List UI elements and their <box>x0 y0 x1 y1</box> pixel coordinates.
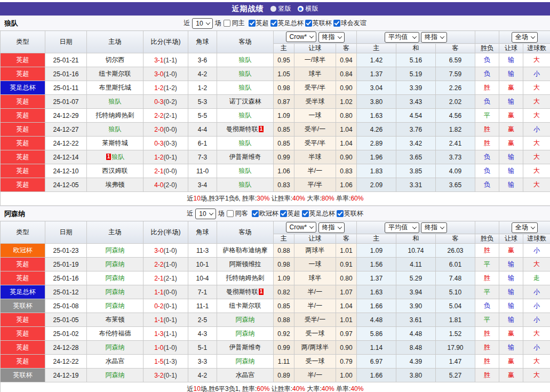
league-filter[interactable]: 英联杯 <box>305 19 332 28</box>
scope-select[interactable]: 全场 <box>512 222 538 233</box>
crow-handicap: 一/球半 <box>294 53 336 67</box>
radio-selected-icon[interactable] <box>298 6 304 12</box>
score-cell: 0-3(0-3) <box>144 137 188 150</box>
home-team[interactable]: 阿森纳 <box>87 299 144 313</box>
away-team[interactable]: 萨格勒布迪纳摩 <box>217 244 274 258</box>
home-team[interactable]: 狼队 <box>87 95 144 109</box>
score-cell: 2-0(0-0) <box>144 123 188 137</box>
league-checkbox[interactable] <box>270 20 277 27</box>
away-team[interactable]: 阿斯顿维拉 <box>217 258 274 271</box>
crow-handicap: 半/一 <box>294 164 336 178</box>
home-team[interactable]: 埃弗顿 <box>87 178 144 192</box>
league-filter[interactable]: 欧冠杯 <box>252 209 278 218</box>
odds-time-select[interactable]: 终指 <box>318 32 345 43</box>
empty-header <box>475 221 499 234</box>
league-filter[interactable]: 英足总杯 <box>302 209 335 218</box>
league-checkbox[interactable] <box>305 20 312 27</box>
away-team[interactable]: 阿森纳 <box>217 313 274 327</box>
crow-handicap: 半球 <box>294 150 336 164</box>
subheader-avg-draw: 和 <box>396 44 436 53</box>
avg-away-odds: 5.04 <box>436 299 475 313</box>
games-count-select[interactable]: 10 <box>195 209 216 219</box>
away-team[interactable]: 诺丁汉森林 <box>217 95 274 109</box>
match-row: 英超24-12-22水晶宫1-5(1-3)3-3阿森纳1.11受一球0.796.… <box>1 355 550 369</box>
league-filter[interactable]: 英超 <box>280 209 300 218</box>
home-team[interactable]: 阿森纳 <box>87 369 144 382</box>
scope-select[interactable]: 全场 <box>512 32 538 43</box>
home-team[interactable]: 阿森纳 <box>87 244 144 258</box>
average-select[interactable]: 平均值 <box>385 222 419 233</box>
league-filter[interactable]: 英足总杯 <box>270 19 304 28</box>
away-team[interactable]: 托特纳姆热刺 <box>217 271 274 285</box>
away-team[interactable]: 水晶宫 <box>217 369 274 382</box>
home-team[interactable]: 切尔西 <box>87 53 144 67</box>
league-checkbox[interactable] <box>249 20 256 27</box>
away-team[interactable]: 伊普斯维奇 <box>217 150 274 164</box>
home-team[interactable]: 托特纳姆热刺 <box>87 109 144 123</box>
bookmaker-select[interactable]: Crow* <box>286 31 317 42</box>
title-bar: 近期战绩 竖版 横版 <box>0 2 550 15</box>
away-team[interactable]: 狼队 <box>217 178 274 192</box>
home-team[interactable]: 纽卡斯尔联 <box>87 67 144 81</box>
avg-draw-odds: 10.74 <box>396 244 436 258</box>
average-time-select[interactable]: 终指 <box>421 222 447 233</box>
same-venue-filter[interactable]: 同主 <box>224 19 245 28</box>
bookmaker-select[interactable]: Crow* <box>286 222 317 233</box>
home-team[interactable]: 狼队 <box>87 123 144 137</box>
league-filter[interactable]: 英超 <box>249 19 269 28</box>
games-count-select[interactable]: 10 <box>192 18 212 29</box>
league-filter[interactable]: 球会友谊 <box>333 19 366 28</box>
match-type-badge: 英超 <box>1 178 45 192</box>
away-team[interactable]: 狼队 <box>217 53 274 67</box>
league-checkbox[interactable] <box>252 210 259 217</box>
avg-draw-odds: 5.16 <box>396 53 436 67</box>
away-team[interactable]: 伊普斯维奇 <box>217 341 274 355</box>
subheader-crow-home: 主 <box>274 44 294 53</box>
corner-score: 5-1 <box>188 341 217 355</box>
same-venue-checkbox[interactable] <box>227 210 234 217</box>
same-venue-checkbox[interactable] <box>224 20 230 27</box>
league-checkbox[interactable] <box>333 20 340 27</box>
home-team[interactable]: 布莱顿 <box>87 313 144 327</box>
home-team[interactable]: 1狼队 <box>87 150 144 164</box>
odds-time-select[interactable]: 终指 <box>318 222 345 233</box>
away-team[interactable]: 狼队 <box>217 81 274 95</box>
away-team[interactable]: 狼队 <box>217 109 274 123</box>
league-checkbox[interactable] <box>302 210 309 217</box>
home-team[interactable]: 西汉姆联 <box>87 164 144 178</box>
away-team[interactable]: 曼彻斯特联1 <box>217 285 274 299</box>
home-team[interactable]: 布伦特福德 <box>87 327 144 341</box>
result-handicap: 赢 <box>499 81 523 95</box>
home-team[interactable]: 阿森纳 <box>87 258 144 271</box>
home-team[interactable]: 阿森纳 <box>87 271 144 285</box>
away-team[interactable]: 曼彻斯特联1 <box>217 123 274 137</box>
home-team[interactable]: 水晶宫 <box>87 355 144 369</box>
league-checkbox[interactable] <box>280 210 287 217</box>
average-select[interactable]: 平均值 <box>385 32 419 43</box>
away-team[interactable]: 狼队 <box>217 137 274 150</box>
avg-home-odds: 1.09 <box>357 244 396 258</box>
home-team[interactable]: 阿森纳 <box>87 285 144 299</box>
away-team[interactable]: 纽卡斯尔联 <box>217 299 274 313</box>
result-handicap: 赢 <box>499 327 523 341</box>
avg-home-odds: 1.14 <box>357 341 396 355</box>
result-handicap: 赢 <box>499 109 523 123</box>
home-team[interactable]: 阿森纳 <box>87 341 144 355</box>
away-team[interactable]: 阿森纳 <box>217 327 274 341</box>
away-team[interactable]: 阿森纳 <box>217 355 274 369</box>
same-venue-filter[interactable]: 同客 <box>227 209 248 218</box>
league-label: 英联杯 <box>313 19 332 28</box>
league-filter[interactable]: 英联杯 <box>337 209 363 218</box>
radio-vertical-layout[interactable]: 竖版 <box>270 4 291 13</box>
home-team[interactable]: 布里斯托城 <box>87 81 144 95</box>
corner-score: 5-3 <box>188 95 217 109</box>
radio-icon[interactable] <box>270 6 276 12</box>
section-header: 阿森纳 近 10 场 同客 欧冠杯英超英足总杯英联杯 <box>0 206 550 221</box>
average-time-select[interactable]: 终指 <box>421 32 447 43</box>
subheader-avg-home: 主 <box>357 44 396 53</box>
away-team[interactable]: 狼队 <box>217 67 274 81</box>
away-team[interactable]: 狼队 <box>217 164 274 178</box>
radio-horizontal-layout[interactable]: 横版 <box>298 4 318 13</box>
home-team[interactable]: 莱斯特城 <box>87 137 144 150</box>
league-checkbox[interactable] <box>337 210 344 217</box>
